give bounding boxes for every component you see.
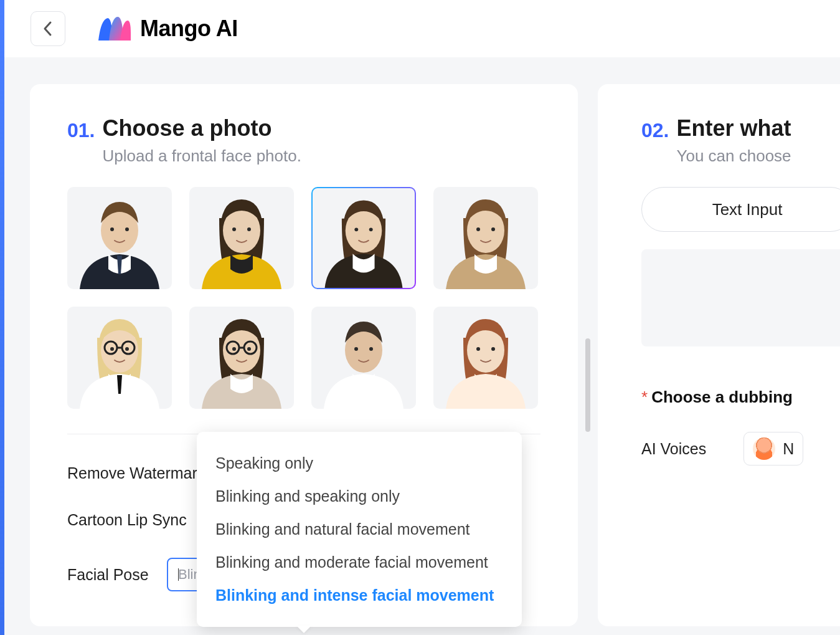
cartoon-lip-label: Cartoon Lip Sync — [67, 511, 167, 529]
text-input-tab[interactable]: Text Input — [641, 187, 840, 232]
topbar: Mango AI — [4, 0, 840, 57]
svg-point-28 — [476, 347, 480, 351]
chevron-left-icon — [42, 20, 54, 37]
step2-number: 02. — [641, 119, 669, 142]
photo-option-3[interactable] — [311, 187, 416, 289]
svg-point-8 — [369, 227, 373, 231]
photo-option-2[interactable] — [189, 187, 294, 289]
remove-watermark-label: Remove Watermark — [67, 464, 167, 482]
photo-option-8[interactable] — [433, 307, 538, 409]
dubbing-label: Choose a dubbing — [651, 388, 793, 406]
svg-point-19 — [232, 347, 236, 351]
voice-select-chip[interactable]: N — [743, 432, 803, 466]
step2-title: Enter what — [676, 115, 791, 141]
step2-panel: 02. Enter what You can choose Text Input… — [598, 84, 840, 626]
facial-pose-option[interactable]: Blinking and natural facial movement — [197, 513, 522, 546]
voice-name-initial: N — [783, 440, 794, 458]
step2-subtitle: You can choose — [676, 146, 791, 166]
svg-point-2 — [125, 227, 129, 231]
svg-point-10 — [476, 227, 480, 231]
step1-title: Choose a photo — [102, 115, 301, 141]
brand: Mango AI — [97, 14, 238, 43]
facial-pose-dropdown: Speaking onlyBlinking and speaking onlyB… — [197, 432, 522, 627]
svg-point-13 — [110, 347, 114, 351]
brand-name: Mango AI — [140, 16, 238, 42]
back-button[interactable] — [31, 11, 65, 46]
svg-point-29 — [491, 347, 495, 351]
text-input-tab-label: Text Input — [712, 200, 783, 219]
required-asterisk: * — [641, 388, 648, 406]
photo-option-1[interactable] — [67, 187, 172, 289]
dubbing-heading: *Choose a dubbing — [641, 388, 840, 407]
photo-grid — [67, 187, 540, 409]
panel-scrollbar-thumb[interactable] — [585, 338, 590, 432]
svg-point-7 — [354, 227, 358, 231]
facial-pose-option[interactable]: Blinking and speaking only — [197, 480, 522, 513]
text-input-area[interactable] — [641, 249, 840, 346]
ai-voices-label: AI Voices — [641, 440, 706, 458]
svg-point-5 — [247, 227, 251, 231]
brand-logo-icon — [97, 14, 131, 43]
photo-option-5[interactable] — [67, 307, 172, 409]
svg-point-1 — [110, 227, 114, 231]
facial-pose-option[interactable]: Blinking and intense facial movement — [197, 579, 522, 612]
photo-option-4[interactable] — [433, 187, 538, 289]
facial-pose-option[interactable]: Blinking and moderate facial movement — [197, 546, 522, 579]
window-left-accent — [0, 0, 4, 635]
facial-pose-option[interactable]: Speaking only — [197, 447, 522, 480]
photo-option-7[interactable] — [311, 307, 416, 409]
step1-panel: 01. Choose a photo Upload a frontal face… — [30, 84, 578, 626]
svg-point-4 — [232, 227, 236, 231]
facial-pose-label: Facial Pose — [67, 566, 167, 584]
svg-point-14 — [125, 347, 129, 351]
svg-point-20 — [247, 347, 251, 351]
step1-number: 01. — [67, 119, 95, 142]
svg-point-25 — [354, 347, 358, 351]
step1-subtitle: Upload a frontal face photo. — [102, 146, 301, 166]
svg-point-26 — [369, 347, 373, 351]
svg-point-11 — [491, 227, 495, 231]
voice-avatar-icon — [753, 437, 775, 460]
photo-option-6[interactable] — [189, 307, 294, 409]
